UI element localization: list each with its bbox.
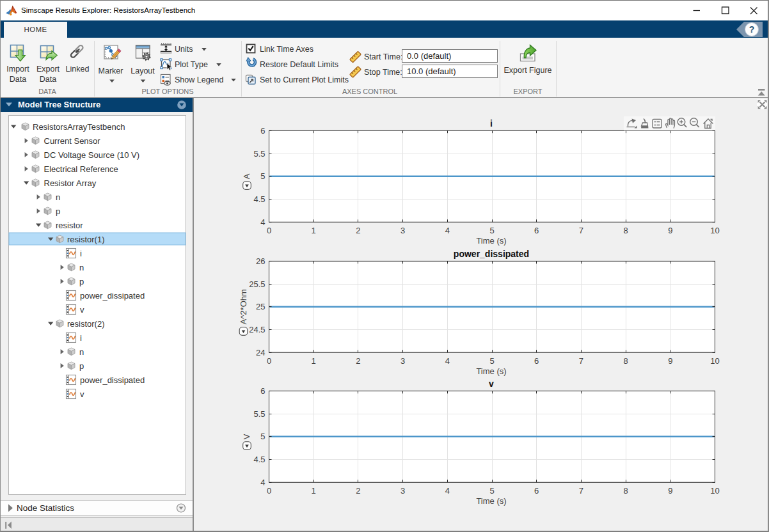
svg-text:A: A bbox=[242, 173, 252, 179]
svg-text:0: 0 bbox=[267, 356, 271, 366]
svg-text:6: 6 bbox=[534, 226, 539, 235]
svg-text:1: 1 bbox=[312, 356, 316, 366]
svg-text:2: 2 bbox=[356, 226, 360, 235]
svg-text:1: 1 bbox=[312, 486, 316, 496]
svg-text:5: 5 bbox=[489, 226, 494, 235]
svg-text:Time (s): Time (s) bbox=[476, 236, 506, 246]
svg-text:5: 5 bbox=[489, 486, 494, 496]
svg-text:9: 9 bbox=[668, 486, 672, 496]
svg-text:2: 2 bbox=[356, 486, 360, 496]
svg-text:8: 8 bbox=[623, 486, 628, 496]
svg-text:power_dissipated: power_dissipated bbox=[454, 249, 529, 259]
svg-text:V: V bbox=[242, 434, 252, 439]
svg-text:5: 5 bbox=[260, 432, 265, 441]
svg-text:3: 3 bbox=[400, 486, 405, 496]
svg-text:9: 9 bbox=[668, 226, 672, 235]
svg-text:26: 26 bbox=[256, 256, 265, 266]
svg-text:4: 4 bbox=[445, 486, 450, 496]
svg-text:3: 3 bbox=[400, 226, 405, 235]
svg-text:6: 6 bbox=[260, 126, 265, 136]
svg-text:4: 4 bbox=[260, 478, 265, 487]
svg-text:3: 3 bbox=[400, 356, 405, 366]
svg-text:5: 5 bbox=[489, 356, 494, 366]
svg-text:10: 10 bbox=[710, 356, 719, 366]
svg-text:24.5: 24.5 bbox=[249, 325, 265, 334]
svg-text:5.5: 5.5 bbox=[253, 409, 265, 419]
svg-text:6: 6 bbox=[260, 386, 265, 396]
svg-text:25: 25 bbox=[256, 302, 265, 311]
svg-text:4.5: 4.5 bbox=[253, 194, 265, 204]
svg-text:7: 7 bbox=[579, 356, 583, 366]
svg-text:0: 0 bbox=[267, 486, 271, 496]
svg-text:5.5: 5.5 bbox=[253, 149, 265, 159]
svg-text:4.5: 4.5 bbox=[253, 455, 265, 464]
svg-text:6: 6 bbox=[534, 356, 539, 366]
svg-text:7: 7 bbox=[579, 486, 583, 496]
svg-text:4: 4 bbox=[260, 217, 265, 227]
svg-text:A^2*Ohm: A^2*Ohm bbox=[239, 289, 248, 324]
svg-text:4: 4 bbox=[445, 226, 450, 235]
svg-text:Time (s): Time (s) bbox=[476, 496, 506, 506]
svg-text:9: 9 bbox=[668, 356, 672, 366]
svg-text:1: 1 bbox=[312, 226, 316, 235]
svg-text:10: 10 bbox=[710, 226, 719, 235]
svg-text:6: 6 bbox=[534, 486, 539, 496]
svg-text:v: v bbox=[489, 379, 494, 389]
svg-text:10: 10 bbox=[710, 486, 719, 496]
svg-text:Time (s): Time (s) bbox=[476, 366, 506, 376]
svg-text:7: 7 bbox=[579, 226, 583, 235]
svg-text:24: 24 bbox=[256, 348, 265, 357]
svg-text:0: 0 bbox=[267, 226, 271, 235]
svg-text:5: 5 bbox=[260, 171, 265, 181]
svg-text:4: 4 bbox=[445, 356, 450, 366]
svg-text:8: 8 bbox=[623, 226, 628, 235]
svg-text:8: 8 bbox=[623, 356, 628, 366]
svg-text:25.5: 25.5 bbox=[249, 279, 265, 289]
svg-text:2: 2 bbox=[356, 356, 360, 366]
svg-text:i: i bbox=[490, 118, 493, 129]
